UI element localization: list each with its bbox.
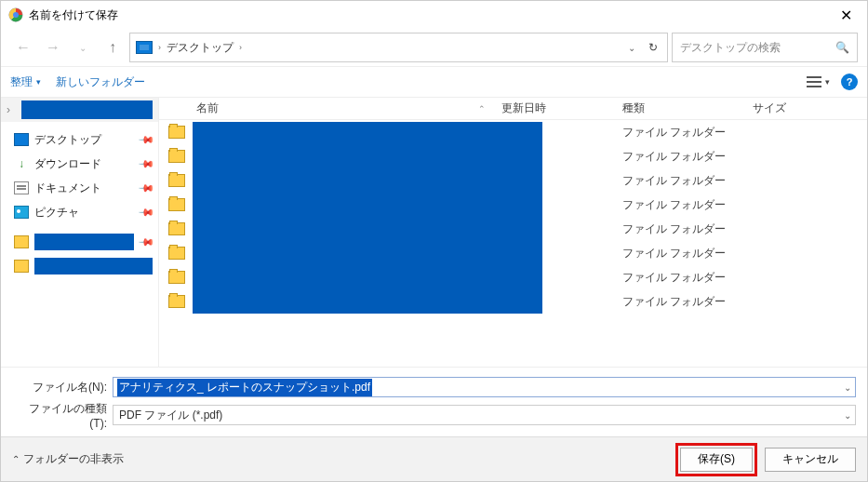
- main-area: › デスクトップ📌↓ダウンロード📌ドキュメント📌ピクチャ📌 📌: [1, 98, 867, 367]
- location-icon: [136, 41, 153, 54]
- new-folder-button[interactable]: 新しいフォルダー: [56, 74, 145, 90]
- crumb-sep-icon: ›: [239, 43, 242, 52]
- download-icon: ↓: [14, 157, 29, 170]
- toolbar: 整理 ▾ 新しいフォルダー ▾ ?: [1, 66, 867, 98]
- titlebar: 名前を付けて保存 ✕: [1, 1, 867, 29]
- redacted-block: [193, 122, 542, 314]
- back-button[interactable]: ←: [10, 34, 36, 60]
- chevron-down-icon: ▾: [825, 77, 830, 87]
- pin-icon: 📌: [137, 130, 154, 148]
- folder-icon: [168, 126, 185, 139]
- column-header-row: 名前 ⌃ 更新日時 種類 サイズ: [159, 98, 867, 120]
- file-type-cell: ファイル フォルダー: [615, 294, 745, 310]
- search-placeholder: デスクトップの検索: [680, 40, 781, 56]
- folder-icon: [168, 295, 185, 308]
- sidebar: › デスクトップ📌↓ダウンロード📌ドキュメント📌ピクチャ📌 📌: [1, 98, 159, 367]
- save-button-highlight: 保存(S): [675, 443, 757, 476]
- filetype-label: ファイルの種類(T):: [12, 401, 113, 430]
- pin-icon: 📌: [137, 203, 154, 221]
- pin-icon: 📌: [137, 154, 154, 172]
- chevron-down-icon[interactable]: ⌄: [844, 382, 851, 393]
- column-header-date[interactable]: 更新日時: [494, 98, 615, 119]
- redacted-block: [21, 100, 153, 119]
- svg-point-1: [13, 12, 19, 18]
- recent-dropdown[interactable]: ⌄: [70, 34, 96, 60]
- sidebar-extra: 📌: [1, 224, 158, 278]
- sidebar-item-label: ドキュメント: [34, 181, 134, 196]
- column-header-size[interactable]: サイズ: [745, 98, 867, 119]
- sidebar-item-desktop[interactable]: デスクトップ📌: [14, 127, 158, 152]
- address-dropdown-icon[interactable]: ⌄: [628, 43, 635, 53]
- pin-icon: 📌: [137, 179, 154, 196]
- refresh-icon[interactable]: ↻: [645, 41, 661, 54]
- filename-input[interactable]: アナリティクス_ レポートのスナップショット.pdf ⌄: [113, 377, 856, 397]
- sidebar-item-redacted[interactable]: [14, 254, 158, 278]
- svg-rect-2: [807, 76, 821, 78]
- breadcrumb-location[interactable]: デスクトップ: [167, 40, 234, 56]
- chevron-down-icon[interactable]: ⌄: [844, 410, 851, 421]
- sidebar-item-label: ピクチャ: [34, 205, 134, 221]
- folder-icon: [168, 174, 185, 187]
- app-icon: [8, 7, 23, 22]
- svg-rect-4: [807, 86, 821, 87]
- folder-icon: [168, 247, 185, 260]
- filetype-value: PDF ファイル (*.pdf): [119, 408, 222, 423]
- redacted-block: [34, 234, 134, 250]
- search-icon: 🔍: [835, 41, 849, 54]
- sidebar-item-picture[interactable]: ピクチャ📌: [14, 200, 158, 224]
- pin-icon: 📌: [137, 233, 154, 250]
- footer: ⌃ フォルダーの非表示 保存(S) キャンセル: [1, 436, 867, 481]
- sidebar-item-document[interactable]: ドキュメント📌: [14, 176, 158, 200]
- document-icon: [14, 181, 29, 194]
- file-type-cell: ファイル フォルダー: [615, 246, 745, 261]
- view-button[interactable]: ▾: [807, 76, 830, 87]
- folder-icon: [14, 235, 29, 248]
- address-bar[interactable]: › デスクトップ › ⌄ ↻: [129, 33, 668, 62]
- column-header-type[interactable]: 種類: [615, 98, 745, 119]
- sidebar-item-redacted[interactable]: 📌: [14, 230, 158, 254]
- picture-icon: [14, 206, 29, 219]
- chevron-right-icon: ›: [7, 103, 18, 116]
- file-type-cell: ファイル フォルダー: [615, 125, 745, 141]
- chevron-down-icon: ▾: [36, 77, 41, 87]
- file-list[interactable]: ファイル フォルダーファイル フォルダーファイル フォルダーファイル フォルダー…: [159, 120, 867, 367]
- file-type-cell: ファイル フォルダー: [615, 270, 745, 286]
- redacted-block: [34, 258, 153, 274]
- folder-icon: [168, 271, 185, 284]
- sort-indicator-icon: ⌃: [478, 104, 486, 114]
- column-header-name[interactable]: 名前 ⌃: [159, 98, 494, 119]
- folder-icon: [168, 198, 185, 211]
- file-type-cell: ファイル フォルダー: [615, 173, 745, 189]
- crumb-sep-icon: ›: [158, 43, 161, 52]
- chevron-up-icon: ⌃: [12, 454, 20, 464]
- forward-button[interactable]: →: [40, 34, 66, 60]
- organize-button[interactable]: 整理 ▾: [10, 74, 41, 90]
- filetype-select[interactable]: PDF ファイル (*.pdf) ⌄: [113, 405, 856, 425]
- window-title: 名前を付けて保存: [29, 7, 833, 23]
- sidebar-quick-access: デスクトップ📌↓ダウンロード📌ドキュメント📌ピクチャ📌: [1, 122, 158, 224]
- file-type-cell: ファイル フォルダー: [615, 149, 745, 165]
- up-button[interactable]: ↑: [100, 34, 126, 60]
- save-button[interactable]: 保存(S): [680, 448, 753, 472]
- file-type-cell: ファイル フォルダー: [615, 197, 745, 213]
- sidebar-selected-row[interactable]: ›: [1, 98, 158, 122]
- filename-label: ファイル名(N):: [12, 380, 113, 395]
- folder-icon: [14, 260, 29, 273]
- svg-rect-3: [807, 81, 821, 83]
- help-icon[interactable]: ?: [841, 74, 858, 90]
- nav-row: ← → ⌄ ↑ › デスクトップ › ⌄ ↻ デスクトップの検索 🔍: [1, 29, 867, 66]
- sidebar-item-download[interactable]: ↓ダウンロード📌: [14, 152, 158, 176]
- file-list-area: 名前 ⌃ 更新日時 種類 サイズ ファイル フォルダーファイル フォルダーファイ…: [159, 98, 867, 367]
- sidebar-item-label: ダウンロード: [34, 156, 134, 172]
- filename-value: アナリティクス_ レポートのスナップショット.pdf: [117, 379, 372, 396]
- file-type-cell: ファイル フォルダー: [615, 221, 745, 237]
- close-icon[interactable]: ✕: [833, 7, 860, 24]
- hide-folders-toggle[interactable]: ⌃ フォルダーの非表示: [12, 451, 124, 467]
- folder-icon: [168, 222, 185, 235]
- folder-icon: [168, 150, 185, 163]
- save-as-dialog: 名前を付けて保存 ✕ ← → ⌄ ↑ › デスクトップ › ⌄ ↻ デスクトップ…: [0, 0, 868, 482]
- bottom-panel: ファイル名(N): アナリティクス_ レポートのスナップショット.pdf ⌄ フ…: [1, 367, 867, 436]
- search-input[interactable]: デスクトップの検索 🔍: [672, 33, 858, 62]
- sidebar-item-label: デスクトップ: [34, 132, 134, 148]
- cancel-button[interactable]: キャンセル: [765, 448, 856, 472]
